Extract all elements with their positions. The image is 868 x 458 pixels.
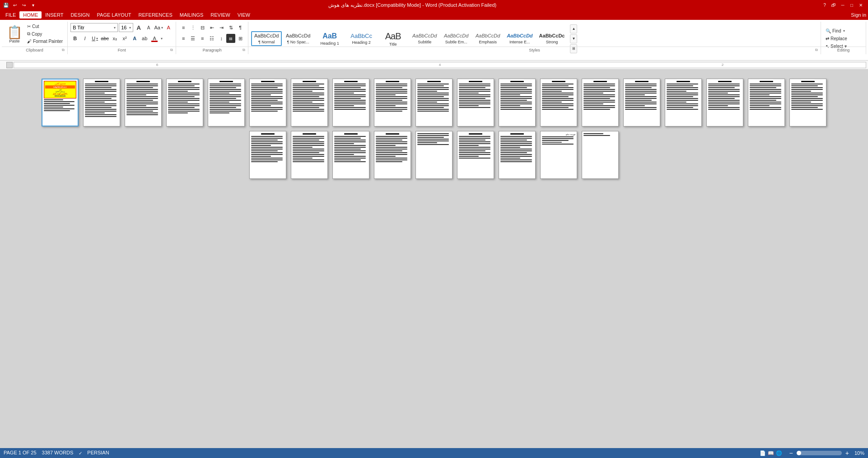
font-size-dropdown[interactable]: 16 ▾	[119, 23, 133, 32]
menu-review[interactable]: REVIEW	[207, 11, 233, 19]
sort-button[interactable]: ⇅	[226, 23, 235, 32]
align-left-button[interactable]: ≡	[179, 34, 188, 43]
font-color-button[interactable]: A	[150, 34, 159, 43]
zoom-out-button[interactable]: −	[789, 449, 793, 457]
page-7-thumbnail[interactable]	[291, 79, 328, 126]
bullets-button[interactable]: ≡	[179, 23, 188, 32]
find-button[interactable]: 🔍 Find ▾	[824, 28, 863, 34]
format-painter-button[interactable]: 🖌 Format Painter	[25, 38, 65, 45]
styles-expand-button[interactable]: ⧉	[814, 47, 819, 53]
page-27-thumbnail[interactable]: فهرست منابع	[540, 131, 577, 179]
page-8-thumbnail[interactable]	[332, 79, 369, 126]
page-1-thumbnail[interactable]: تحقیق آنلاین tabghikonline.ir قابل ویرای…	[42, 79, 79, 126]
page-21-thumbnail[interactable]	[291, 131, 328, 179]
page-14-thumbnail[interactable]	[582, 79, 619, 126]
font-expand-button[interactable]: ⧉	[169, 47, 174, 53]
styles-scroll-up[interactable]: ▲	[570, 24, 577, 33]
page-22-thumbnail[interactable]	[332, 131, 369, 179]
restore-window-button[interactable]: 🗗	[830, 1, 837, 9]
zoom-in-button[interactable]: +	[845, 449, 849, 457]
underline-button[interactable]: U ▾	[90, 34, 99, 43]
font-name-dropdown[interactable]: B Titr ▾	[70, 23, 118, 32]
replace-button[interactable]: ⇄ Replace	[824, 35, 863, 42]
close-button[interactable]: ✕	[857, 1, 864, 9]
menu-references[interactable]: REFERENCES	[135, 11, 176, 19]
style-normal[interactable]: AaBbCcDd ¶ Normal	[251, 31, 282, 46]
page-13-thumbnail[interactable]	[540, 79, 577, 126]
menu-insert[interactable]: INSERT	[42, 11, 67, 19]
redo-button[interactable]: ↪	[20, 1, 28, 9]
decrease-indent-button[interactable]: ⇤	[207, 23, 216, 32]
text-highlight-button[interactable]: ab	[140, 34, 149, 43]
paste-button[interactable]: 📋 Paste	[5, 23, 24, 47]
sign-in-button[interactable]: Sign in	[851, 12, 866, 18]
page-18-thumbnail[interactable]	[748, 79, 785, 126]
border-button[interactable]: ⊞	[236, 34, 245, 43]
save-button[interactable]: 💾	[2, 1, 10, 9]
minimize-button[interactable]: ─	[839, 1, 846, 9]
superscript-button[interactable]: x²	[120, 34, 129, 43]
justify-button[interactable]: ☷	[207, 34, 216, 43]
page-19-thumbnail[interactable]	[789, 79, 826, 126]
text-effects-button[interactable]: A	[130, 34, 139, 43]
page-17-thumbnail[interactable]	[706, 79, 743, 126]
page-6-thumbnail[interactable]	[249, 79, 286, 126]
clipboard-expand-button[interactable]: ⧉	[61, 47, 66, 53]
menu-design[interactable]: DESIGN	[67, 11, 93, 19]
page-15-thumbnail[interactable]	[623, 79, 660, 126]
menu-file[interactable]: FILE	[2, 11, 19, 19]
style-strong[interactable]: AaBbCcDc Strong	[537, 31, 568, 46]
page-26-thumbnail[interactable]	[499, 131, 536, 179]
shrink-font-button[interactable]: A	[144, 23, 153, 32]
style-intense-emphasis[interactable]: AaBbCcDd Intense E...	[504, 31, 535, 46]
grow-font-button[interactable]: A	[134, 23, 143, 32]
customize-quick-access-button[interactable]: ▾	[29, 1, 37, 9]
align-center-button[interactable]: ☰	[188, 34, 197, 43]
style-title[interactable]: AaB Title	[378, 29, 408, 48]
strikethrough-button[interactable]: abc	[100, 34, 109, 43]
page-3-thumbnail[interactable]	[125, 79, 162, 126]
bold-button[interactable]: B	[70, 34, 79, 43]
increase-indent-button[interactable]: ⇥	[217, 23, 226, 32]
styles-scroll-down[interactable]: ▼	[570, 34, 577, 43]
menu-home[interactable]: HOME	[19, 11, 42, 19]
page-12-thumbnail[interactable]	[499, 79, 536, 126]
style-no-spacing[interactable]: AaBbCcDd ¶ No Spac...	[283, 31, 313, 46]
menu-view[interactable]: VIEW	[234, 11, 254, 19]
shading-button[interactable]: ▤	[226, 34, 235, 43]
web-layout-button[interactable]: 🌐	[776, 450, 782, 456]
maximize-button[interactable]: □	[848, 1, 855, 9]
zoom-bar[interactable]	[797, 451, 842, 455]
menu-mailings[interactable]: MAILINGS	[176, 11, 207, 19]
subscript-button[interactable]: x₂	[110, 34, 119, 43]
document-area[interactable]: تحقیق آنلاین tabghikonline.ir قابل ویرای…	[0, 70, 868, 448]
page-2-thumbnail[interactable]	[83, 79, 120, 126]
clear-format-button[interactable]: A	[164, 23, 173, 32]
cut-button[interactable]: ✂ Cut	[25, 23, 65, 30]
read-mode-button[interactable]: 📖	[768, 450, 774, 456]
menu-page-layout[interactable]: PAGE LAYOUT	[93, 11, 135, 19]
align-right-button[interactable]: ≡	[198, 34, 207, 43]
page-11-thumbnail[interactable]	[457, 79, 494, 126]
undo-button[interactable]: ↩	[11, 1, 19, 9]
italic-button[interactable]: I	[80, 34, 89, 43]
page-23-thumbnail[interactable]	[374, 131, 411, 179]
copy-button[interactable]: ⧉ Copy	[25, 30, 65, 37]
print-layout-button[interactable]: 📄	[760, 450, 766, 456]
numbering-button[interactable]: ⋮	[188, 23, 197, 32]
style-heading2[interactable]: AaBbCc Heading 2	[346, 31, 377, 47]
style-emphasis[interactable]: AaBbCcDd Emphasis	[472, 31, 503, 46]
line-spacing-button[interactable]: ↕	[217, 34, 226, 43]
change-case-button[interactable]: Aa▾	[154, 23, 163, 32]
page-10-thumbnail[interactable]	[415, 79, 453, 126]
page-20-thumbnail[interactable]	[249, 131, 286, 179]
help-button[interactable]: ?	[821, 1, 828, 9]
style-heading1[interactable]: AaB Heading 1	[314, 30, 345, 47]
paragraph-expand-button[interactable]: ⧉	[241, 47, 247, 53]
font-color-arrow[interactable]: ▾	[161, 37, 163, 41]
page-28-thumbnail[interactable]	[582, 131, 619, 179]
page-5-thumbnail[interactable]	[208, 79, 245, 126]
ruler-toggle-button[interactable]	[6, 62, 13, 68]
multilevel-list-button[interactable]: ⊟	[198, 23, 207, 32]
page-24-thumbnail[interactable]	[415, 131, 453, 179]
